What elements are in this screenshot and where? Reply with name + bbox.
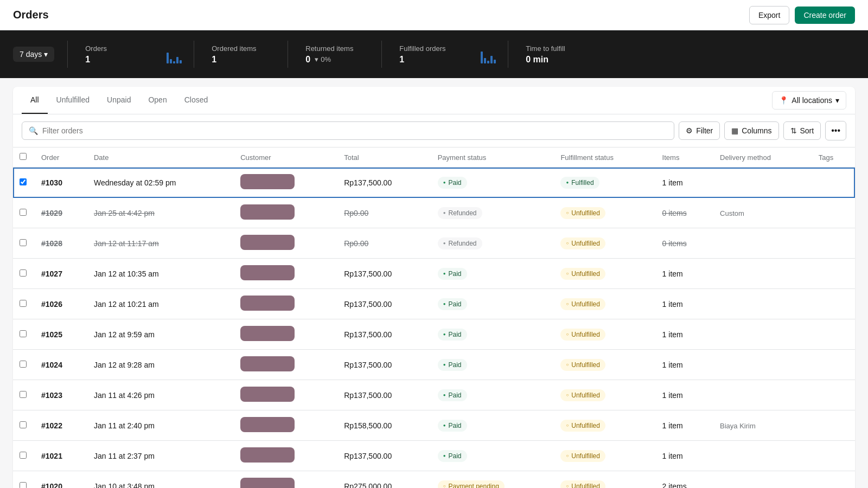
table-row[interactable]: #1026 Jan 12 at 10:21 am Rp137,500.00 Pa… (13, 289, 855, 319)
table-row[interactable]: #1030 Wednesday at 02:59 pm Rp137,500.00… (13, 168, 855, 198)
tab-all[interactable]: All (22, 87, 48, 114)
row-checkbox-cell[interactable] (13, 168, 35, 198)
stat-returned-items: Returned items 0 ▾ 0% (305, 44, 381, 65)
row-checkbox[interactable] (20, 209, 27, 216)
columns-button[interactable]: ▦ Columns (724, 121, 778, 140)
row-tags (812, 319, 855, 350)
row-order-number[interactable]: #1021 (35, 441, 87, 471)
tab-unpaid[interactable]: Unpaid (98, 87, 139, 114)
row-checkbox[interactable] (20, 361, 27, 368)
row-total: Rp137,500.00 (337, 259, 431, 289)
row-order-number[interactable]: #1020 (35, 471, 87, 489)
table-row[interactable]: #1020 Jan 10 at 3:48 pm Rp275,000.00 Pay… (13, 471, 855, 489)
filter-button[interactable]: ⚙ Filter (679, 121, 720, 140)
order-link[interactable]: #1030 (41, 178, 62, 187)
order-link[interactable]: #1024 (41, 361, 62, 369)
row-checkbox-cell[interactable] (13, 198, 35, 228)
row-checkbox-cell[interactable] (13, 410, 35, 441)
arrow-down-icon: ▾ (315, 55, 318, 63)
row-checkbox[interactable] (20, 300, 27, 307)
row-fulfillment-status: Unfulfilled (554, 259, 655, 289)
row-checkbox-cell[interactable] (13, 289, 35, 319)
row-order-number[interactable]: #1028 (35, 228, 87, 259)
more-options-button[interactable]: ••• (825, 121, 846, 140)
customer-avatar (240, 447, 295, 463)
col-tags: Tags (812, 147, 855, 168)
row-total: Rp137,500.00 (337, 168, 431, 198)
stat-orders: Orders 1 (85, 44, 161, 65)
days-selector[interactable]: 7 days ▾ (13, 47, 54, 62)
row-tags (812, 198, 855, 228)
sort-button[interactable]: ⇅ Sort (783, 121, 821, 140)
table-row[interactable]: #1024 Jan 12 at 9:28 am Rp137,500.00 Pai… (13, 350, 855, 380)
location-selector[interactable]: 📍 All locations ▾ (772, 91, 846, 110)
order-link[interactable]: #1029 (41, 209, 62, 217)
tab-unfulfilled[interactable]: Unfulfilled (48, 87, 98, 114)
customer-avatar (240, 356, 295, 371)
row-checkbox-cell[interactable] (13, 259, 35, 289)
table-row[interactable]: #1021 Jan 11 at 2:37 pm Rp137,500.00 Pai… (13, 441, 855, 471)
fulfillment-status-badge: Unfulfilled (560, 389, 605, 401)
row-checkbox[interactable] (20, 239, 27, 246)
select-all-header[interactable] (13, 147, 35, 168)
row-checkbox[interactable] (20, 482, 27, 489)
fulfillment-status-badge: Unfulfilled (560, 329, 605, 341)
more-icon: ••• (831, 126, 840, 136)
row-checkbox-cell[interactable] (13, 471, 35, 489)
order-link[interactable]: #1026 (41, 300, 62, 309)
stat-time-to-fulfill-value: 0 min (526, 55, 584, 65)
row-customer (234, 350, 337, 380)
location-label: All locations (792, 96, 832, 105)
row-delivery (713, 350, 812, 380)
row-checkbox[interactable] (20, 178, 27, 185)
row-order-number[interactable]: #1029 (35, 198, 87, 228)
row-order-number[interactable]: #1030 (35, 168, 87, 198)
row-checkbox[interactable] (20, 391, 27, 398)
row-customer (234, 228, 337, 259)
table-row[interactable]: #1022 Jan 11 at 2:40 pm Rp158,500.00 Pai… (13, 410, 855, 441)
row-order-number[interactable]: #1022 (35, 410, 87, 441)
row-date: Jan 12 at 9:59 am (87, 319, 234, 350)
row-order-number[interactable]: #1024 (35, 350, 87, 380)
row-tags (812, 289, 855, 319)
row-date: Jan 11 at 2:40 pm (87, 410, 234, 441)
table-row[interactable]: #1027 Jan 12 at 10:35 am Rp137,500.00 Pa… (13, 259, 855, 289)
search-input[interactable] (42, 126, 667, 135)
row-checkbox-cell[interactable] (13, 228, 35, 259)
table-row[interactable]: #1028 Jan 12 at 11:17 am Rp0.00 Refunded… (13, 228, 855, 259)
row-customer (234, 319, 337, 350)
select-all-checkbox[interactable] (20, 153, 27, 160)
order-link[interactable]: #1023 (41, 391, 62, 400)
row-order-number[interactable]: #1025 (35, 319, 87, 350)
export-button[interactable]: Export (749, 6, 789, 24)
create-order-button[interactable]: Create order (795, 7, 855, 24)
row-checkbox-cell[interactable] (13, 319, 35, 350)
row-checkbox-cell[interactable] (13, 441, 35, 471)
order-link[interactable]: #1021 (41, 452, 62, 460)
order-link[interactable]: #1028 (41, 239, 62, 248)
row-payment-status: Paid (431, 380, 554, 410)
order-link[interactable]: #1027 (41, 269, 62, 278)
row-checkbox[interactable] (20, 421, 27, 428)
table-row[interactable]: #1029 Jan 25 at 4:42 pm Rp0.00 Refunded … (13, 198, 855, 228)
row-order-number[interactable]: #1023 (35, 380, 87, 410)
row-checkbox-cell[interactable] (13, 350, 35, 380)
tab-closed[interactable]: Closed (176, 87, 217, 114)
row-delivery: Custom (713, 198, 812, 228)
row-checkbox-cell[interactable] (13, 380, 35, 410)
order-link[interactable]: #1022 (41, 421, 62, 430)
row-order-number[interactable]: #1026 (35, 289, 87, 319)
row-order-number[interactable]: #1027 (35, 259, 87, 289)
tab-open[interactable]: Open (139, 87, 175, 114)
row-items: 1 item (656, 410, 713, 441)
payment-status-badge: Paid (438, 450, 467, 462)
order-link[interactable]: #1025 (41, 330, 62, 339)
table-row[interactable]: #1025 Jan 12 at 9:59 am Rp137,500.00 Pai… (13, 319, 855, 350)
row-checkbox[interactable] (20, 269, 27, 277)
row-checkbox[interactable] (20, 452, 27, 459)
row-checkbox[interactable] (20, 330, 27, 337)
order-link[interactable]: #1020 (41, 482, 62, 489)
table-row[interactable]: #1023 Jan 11 at 4:26 pm Rp137,500.00 Pai… (13, 380, 855, 410)
chevron-down-icon: ▾ (835, 96, 839, 105)
row-date: Wednesday at 02:59 pm (87, 168, 234, 198)
